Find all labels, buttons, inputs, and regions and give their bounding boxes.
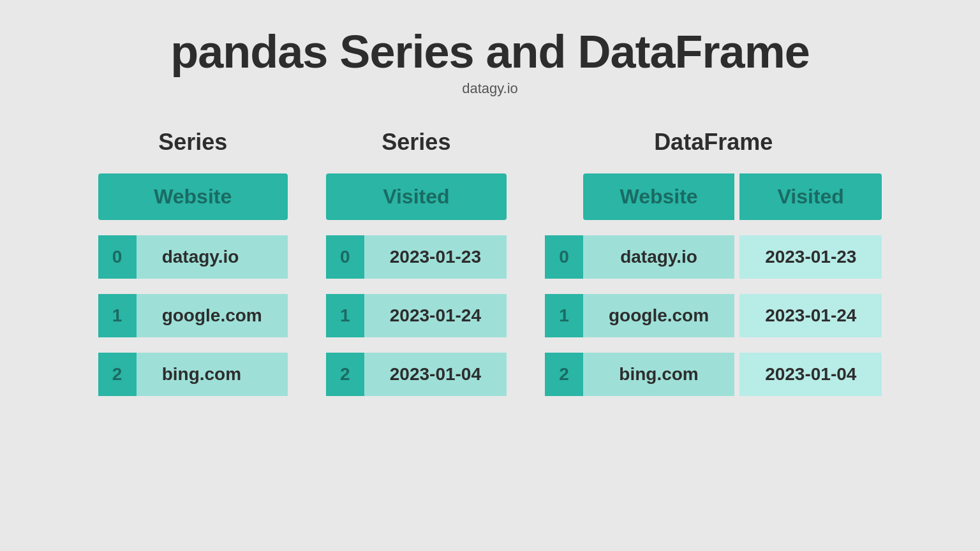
- series1-index-1: 1: [98, 294, 137, 337]
- series1-title: Series: [158, 129, 227, 156]
- series2-section: Series Visited 0 2023-01-23 1 2023-01-24: [326, 129, 507, 401]
- table-row: 0 datagy.io 2023-01-23: [545, 235, 882, 279]
- series1-index-0: 0: [98, 235, 137, 279]
- subtitle: datagy.io: [170, 80, 809, 97]
- dataframe-section: DataFrame Website Visited 0 datagy.io 20…: [545, 129, 882, 401]
- table-row: 2 bing.com: [98, 353, 288, 396]
- header: pandas Series and DataFrame datagy.io: [170, 26, 809, 97]
- table-row: 0 datagy.io: [98, 235, 288, 279]
- series1-value-2: bing.com: [137, 353, 288, 396]
- df-header-website: Website: [583, 173, 734, 220]
- main-title: pandas Series and DataFrame: [170, 26, 809, 78]
- df-website-1: google.com: [583, 294, 734, 337]
- series1-section: Series Website 0 datagy.io 1 google.com: [98, 129, 288, 401]
- df-col-gap: [734, 173, 739, 220]
- dataframe-title: DataFrame: [654, 129, 773, 156]
- series2-header: Visited: [326, 173, 507, 220]
- table-row: 1 2023-01-24: [326, 294, 507, 337]
- df-website-2: bing.com: [583, 353, 734, 396]
- table-row: 2 bing.com 2023-01-04: [545, 353, 882, 396]
- series2-value-1: 2023-01-24: [364, 294, 507, 337]
- dataframe-table: Website Visited 0 datagy.io 2023-01-23 1…: [545, 168, 882, 401]
- df-visited-1: 2023-01-24: [739, 294, 882, 337]
- table-row: 2 2023-01-04: [326, 353, 507, 396]
- series1-value-0: datagy.io: [137, 235, 288, 279]
- series2-index-1: 1: [326, 294, 364, 337]
- series1-header: Website: [98, 173, 288, 220]
- df-website-0: datagy.io: [583, 235, 734, 279]
- table-row: 0 2023-01-23: [326, 235, 507, 279]
- df-index-1: 1: [545, 294, 583, 337]
- series2-value-0: 2023-01-23: [364, 235, 507, 279]
- df-visited-2: 2023-01-04: [739, 353, 882, 396]
- table-row: 1 google.com: [98, 294, 288, 337]
- series1-value-1: google.com: [137, 294, 288, 337]
- series2-value-2: 2023-01-04: [364, 353, 507, 396]
- df-index-0: 0: [545, 235, 583, 279]
- series1-table: Website 0 datagy.io 1 google.com 2 bing.…: [98, 168, 288, 401]
- series2-table: Visited 0 2023-01-23 1 2023-01-24 2 2023…: [326, 168, 507, 401]
- table-row: 1 google.com 2023-01-24: [545, 294, 882, 337]
- series1-index-2: 2: [98, 353, 137, 396]
- df-header-visited: Visited: [739, 173, 882, 220]
- df-visited-0: 2023-01-23: [739, 235, 882, 279]
- content-area: Series Website 0 datagy.io 1 google.com: [0, 129, 980, 401]
- series2-index-0: 0: [326, 235, 364, 279]
- df-index-2: 2: [545, 353, 583, 396]
- series2-title: Series: [382, 129, 450, 156]
- series2-index-2: 2: [326, 353, 364, 396]
